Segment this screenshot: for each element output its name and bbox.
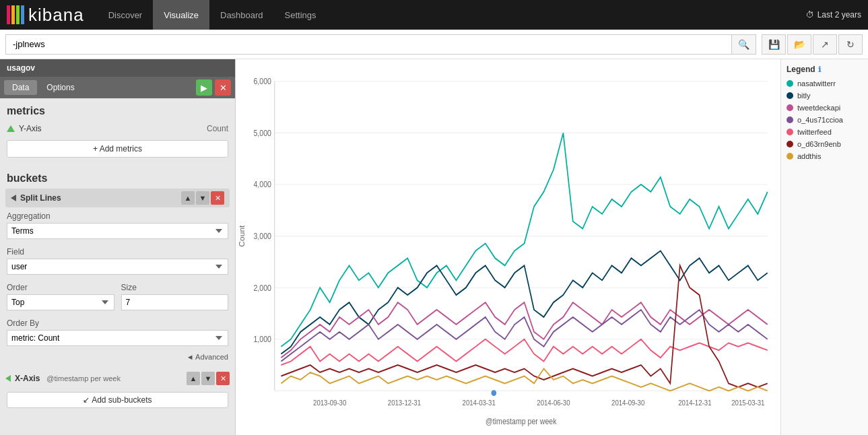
split-actions: ▲ ▼ ✕ bbox=[181, 191, 224, 205]
buckets-section: buckets Split Lines ▲ ▼ ✕ Aggregation Te… bbox=[0, 162, 235, 368]
field-select[interactable]: user @timestamp bytes bbox=[7, 259, 228, 275]
nav-discover[interactable]: Discover bbox=[98, 0, 154, 30]
order-by-group: Order By metric: Count metric: Average bbox=[0, 314, 235, 350]
x-axis-actions: ▲ ▼ ✕ bbox=[187, 372, 230, 385]
legend-label-addthis: addthis bbox=[797, 152, 821, 160]
metric-triangle-icon bbox=[7, 125, 15, 132]
split-down-button[interactable]: ▼ bbox=[196, 191, 209, 205]
buckets-title: buckets bbox=[0, 166, 235, 189]
size-group: Size bbox=[121, 283, 229, 310]
svg-text:2014-09-30: 2014-09-30 bbox=[611, 399, 644, 407]
order-select[interactable]: Top Bottom bbox=[7, 294, 114, 310]
split-up-button[interactable]: ▲ bbox=[181, 191, 195, 205]
svg-text:4,000: 4,000 bbox=[253, 180, 271, 189]
refresh-button[interactable]: ↻ bbox=[838, 34, 863, 55]
legend-item-bitly[interactable]: bitly bbox=[787, 92, 863, 100]
kibana-logo-text: kibana bbox=[28, 5, 84, 26]
legend-label-nasatwitterr: nasatwitterr bbox=[797, 79, 836, 88]
add-metrics-button[interactable]: + Add metrics bbox=[7, 140, 228, 158]
x-axis-remove-button[interactable]: ✕ bbox=[216, 372, 230, 385]
metric-item-yaxis: Y-Axis Count bbox=[0, 121, 235, 136]
chart-area: 6,000 5,000 4,000 3,000 2,000 1,000 Coun… bbox=[236, 59, 780, 435]
advanced-link[interactable]: Advanced bbox=[0, 350, 235, 364]
search-button[interactable]: 🔍 bbox=[732, 34, 756, 55]
svg-text:3,000: 3,000 bbox=[253, 232, 271, 240]
aggregation-select[interactable]: Terms Filters Histogram Date Histogram bbox=[7, 223, 228, 239]
legend-item-o4us71[interactable]: o_4us71ccioa bbox=[787, 116, 863, 124]
chart-svg: 6,000 5,000 4,000 3,000 2,000 1,000 Coun… bbox=[236, 59, 780, 435]
x-axis-label: X-Axis bbox=[15, 374, 40, 383]
nav-dashboard[interactable]: Dashboard bbox=[209, 0, 274, 30]
save-button[interactable]: 💾 bbox=[762, 34, 786, 55]
metrics-title: metrics bbox=[0, 98, 235, 121]
kibana-bar-4 bbox=[21, 5, 24, 24]
svg-text:2014-03-31: 2014-03-31 bbox=[463, 399, 496, 407]
field-group: Field user @timestamp bytes bbox=[0, 243, 235, 279]
split-triangle-icon bbox=[11, 195, 16, 201]
search-bar: 🔍 💾 📂 ↗ ↻ bbox=[0, 30, 868, 59]
legend-dot-od63rn bbox=[787, 141, 793, 147]
time-range-label: Last 2 years bbox=[817, 10, 861, 20]
open-button[interactable]: 📂 bbox=[787, 34, 811, 55]
aggregation-group: Aggregation Terms Filters Histogram Date… bbox=[0, 207, 235, 243]
toolbar-icons: 💾 📂 ↗ ↻ bbox=[762, 34, 863, 55]
tab-data[interactable]: Data bbox=[4, 80, 37, 95]
svg-text:5,000: 5,000 bbox=[253, 129, 271, 137]
split-lines-label: Split Lines bbox=[20, 193, 61, 203]
split-remove-button[interactable]: ✕ bbox=[211, 191, 224, 205]
legend-dot-tweetdeckapi bbox=[787, 104, 793, 111]
metric-count: Count bbox=[207, 124, 228, 133]
svg-text:Count: Count bbox=[238, 225, 246, 247]
legend-item-addthis[interactable]: addthis bbox=[787, 152, 863, 160]
legend-label-tweetdeckapi: tweetdeckapi bbox=[797, 104, 840, 112]
legend-dot-addthis bbox=[787, 153, 793, 160]
nav-visualize[interactable]: Visualize bbox=[153, 0, 209, 30]
size-input[interactable] bbox=[121, 294, 229, 310]
order-by-label: Order By bbox=[7, 319, 228, 328]
svg-text:2014-12-31: 2014-12-31 bbox=[678, 399, 711, 407]
svg-text:2015-03-31: 2015-03-31 bbox=[731, 399, 764, 407]
legend-dot-twitterfeed bbox=[787, 129, 793, 135]
main-nav: Discover Visualize Dashboard Settings bbox=[98, 0, 327, 30]
x-axis-info: @timestamp per week bbox=[46, 374, 121, 382]
svg-point-23 bbox=[491, 390, 496, 396]
main-layout: usagov Data Options ▶ ✕ metrics Y-Axis C… bbox=[0, 59, 868, 435]
legend-item-nasatwitterr[interactable]: nasatwitterr bbox=[787, 79, 863, 88]
share-button[interactable]: ↗ bbox=[813, 34, 837, 55]
split-lines-header: Split Lines ▲ ▼ ✕ bbox=[5, 189, 230, 207]
svg-text:@timestamp per week: @timestamp per week bbox=[486, 417, 557, 426]
time-range-badge[interactable]: ⏱ Last 2 years bbox=[806, 10, 861, 20]
legend-item-od63rn[interactable]: o_d63rn9enb bbox=[787, 140, 863, 148]
svg-text:2013-09-30: 2013-09-30 bbox=[313, 399, 346, 407]
order-by-select[interactable]: metric: Count metric: Average bbox=[7, 330, 228, 346]
legend-label: Legend bbox=[787, 65, 815, 74]
legend-info-icon: ℹ bbox=[818, 65, 821, 74]
x-axis-up-button[interactable]: ▲ bbox=[187, 372, 200, 385]
add-subbuckets-button[interactable]: ↙ Add sub-buckets bbox=[7, 392, 228, 408]
svg-text:1,000: 1,000 bbox=[253, 335, 271, 344]
tab-options[interactable]: Options bbox=[38, 80, 82, 95]
run-button[interactable]: ▶ bbox=[196, 79, 212, 96]
legend-item-twitterfeed[interactable]: twitterfeed bbox=[787, 128, 863, 136]
order-group: Order Top Bottom bbox=[7, 283, 114, 310]
legend-dot-o4us71 bbox=[787, 116, 793, 123]
legend-panel: Legend ℹ nasatwitterr bitly tweetdeckapi… bbox=[780, 59, 868, 435]
x-axis-triangle-icon bbox=[5, 375, 11, 382]
legend-dot-bitly bbox=[787, 92, 793, 99]
legend-dot-nasatwitterr bbox=[787, 80, 793, 87]
search-input[interactable] bbox=[5, 34, 732, 55]
kibana-bar-2 bbox=[11, 5, 15, 24]
close-button[interactable]: ✕ bbox=[215, 79, 231, 96]
header-right: ⏱ Last 2 years bbox=[806, 10, 861, 20]
nav-settings[interactable]: Settings bbox=[274, 0, 327, 30]
legend-label-o4us71: o_4us71ccioa bbox=[797, 116, 843, 124]
legend-item-tweetdeckapi[interactable]: tweetdeckapi bbox=[787, 104, 863, 112]
legend-label-twitterfeed: twitterfeed bbox=[797, 128, 832, 136]
svg-text:2013-12-31: 2013-12-31 bbox=[388, 399, 421, 407]
sidebar-tab-actions: ▶ ✕ bbox=[196, 79, 231, 96]
kibana-bar-3 bbox=[16, 5, 20, 24]
clock-icon: ⏱ bbox=[806, 10, 814, 20]
header: kibana Discover Visualize Dashboard Sett… bbox=[0, 0, 868, 30]
x-axis-down-button[interactable]: ▼ bbox=[201, 372, 215, 385]
sidebar-tabs: Data Options ▶ ✕ bbox=[0, 77, 235, 98]
